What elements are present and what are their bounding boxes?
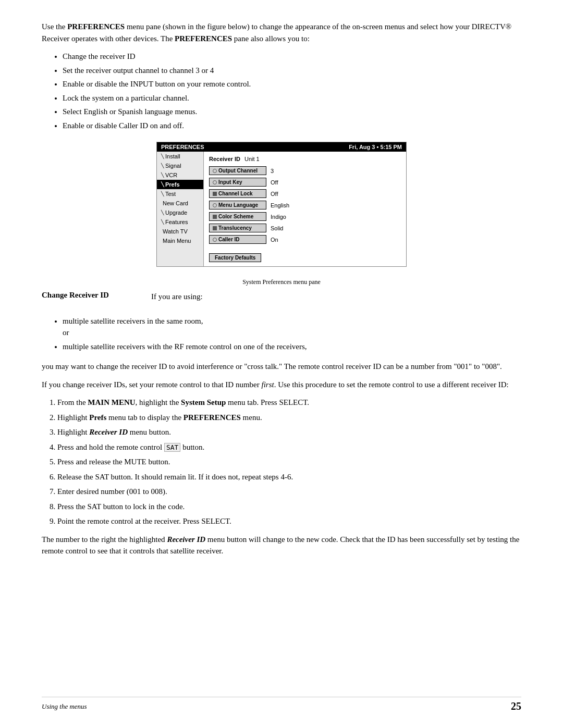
channel-lock-btn[interactable]: Channel Lock (209, 189, 266, 198)
caller-id-btn[interactable]: Caller ID (209, 235, 266, 244)
arrow-icon: ╲ (161, 163, 164, 168)
factory-defaults-button[interactable]: Factory Defaults (209, 253, 261, 262)
sidebar-fig-newcard: New Card (157, 199, 203, 208)
pref-output-channel-row: Output Channel 3 (209, 166, 401, 175)
caller-id-label: Caller ID (218, 237, 240, 242)
square-icon (213, 226, 217, 230)
step-1: From the MAIN MENU, highlight the System… (57, 397, 521, 409)
arrow-icon: ╲ (161, 219, 164, 225)
channel-lock-value: Off (271, 191, 278, 197)
step-6: Release the SAT button. It should remain… (57, 471, 521, 483)
footer: Using the menus 25 (42, 697, 521, 712)
crid-bullet-list: multiple satellite receivers in the same… (63, 315, 521, 353)
output-channel-value: 3 (271, 168, 274, 174)
receiver-id-value: Unit 1 (244, 156, 260, 162)
input-key-btn[interactable]: Input Key (209, 178, 266, 187)
figure-sidebar: ╲Install ╲Signal ╲VCR ╲Prefs ╲Test New C… (157, 152, 204, 266)
pref-menu-language-row: Menu Language English (209, 201, 401, 209)
pref-channel-lock-row: Channel Lock Off (209, 189, 401, 198)
bullet-item: Change the receiver ID (63, 51, 521, 63)
color-scheme-label: Color Scheme (218, 214, 253, 219)
arrow-icon: ╲ (161, 191, 164, 196)
bullet-item: Select English or Spanish language menus… (63, 106, 521, 118)
circle-icon (213, 169, 217, 173)
bullet-item: Lock the system on a particular channel. (63, 92, 521, 104)
arrow-icon: ╲ (161, 154, 164, 159)
change-receiver-id-section: Change Receiver ID If you are using: (42, 291, 521, 309)
crid-bullet-2: multiple satellite receivers with the RF… (63, 341, 521, 353)
color-scheme-btn[interactable]: Color Scheme (209, 212, 266, 221)
sidebar-fig-install: ╲Install (157, 152, 203, 161)
arrow-icon: ╲ (161, 172, 164, 178)
translucency-value: Solid (271, 225, 283, 231)
channel-lock-label: Channel Lock (218, 191, 253, 196)
menu-language-btn[interactable]: Menu Language (209, 201, 266, 209)
intro-bullet-list: Change the receiver ID Set the receiver … (63, 51, 521, 131)
input-key-label: Input Key (218, 179, 242, 185)
step-4: Press and hold the remote control SAT bu… (57, 441, 521, 453)
preferences-figure: PREFERENCES Fri, Aug 3 • 5:15 PM ╲Instal… (156, 142, 407, 267)
sidebar-fig-test: ╲Test (157, 189, 203, 199)
circle-icon (213, 203, 217, 207)
figure-header: PREFERENCES Fri, Aug 3 • 5:15 PM (157, 142, 406, 152)
arrow-icon: ╲ (161, 182, 164, 187)
square-icon (213, 215, 217, 219)
factory-defaults-container: Factory Defaults (209, 249, 401, 262)
input-key-value: Off (271, 179, 278, 186)
translucency-label: Translucency (218, 225, 252, 231)
arrow-icon: ╲ (161, 210, 164, 215)
footer-label: Using the menus (42, 702, 87, 711)
circle-icon (213, 238, 217, 242)
crid-bullet-1: multiple satellite receivers in the same… (63, 315, 521, 339)
sidebar-fig-signal: ╲Signal (157, 161, 203, 170)
sidebar-fig-vcr: ╲VCR (157, 170, 203, 180)
sidebar-fig-watchtv: Watch TV (157, 227, 203, 236)
step-9: Point the remote control at the receiver… (57, 515, 521, 527)
caller-id-value: On (271, 237, 278, 243)
figure-header-datetime: Fri, Aug 3 • 5:15 PM (349, 144, 402, 150)
crid-paragraph3: The number to the right the highlighted … (42, 534, 521, 557)
figure-header-title: PREFERENCES (161, 144, 204, 150)
sidebar-fig-mainmenu: Main Menu (157, 236, 203, 245)
translucency-btn[interactable]: Translucency (209, 224, 266, 232)
sidebar-fig-prefs: ╲Prefs (157, 180, 203, 189)
step-2: Highlight Prefs menu tab to display the … (57, 412, 521, 424)
figure-main-pane: Receiver ID Unit 1 Output Channel 3 Inpu… (204, 152, 406, 266)
step-7: Enter desired number (001 to 008). (57, 486, 521, 498)
crid-paragraph1: you may want to change the receiver ID t… (42, 361, 521, 373)
pref-input-key-row: Input Key Off (209, 178, 401, 187)
crid-paragraph2: If you change receiver IDs, set your rem… (42, 379, 521, 391)
circle-icon (213, 180, 217, 184)
output-channel-btn[interactable]: Output Channel (209, 166, 266, 175)
change-receiver-id-content: If you are using: (151, 291, 521, 309)
if-you-are-using: If you are using: (151, 291, 521, 303)
color-scheme-value: Indigo (271, 214, 286, 220)
figure-body: ╲Install ╲Signal ╲VCR ╲Prefs ╲Test New C… (157, 152, 406, 266)
footer-page: 25 (511, 700, 521, 712)
sidebar-fig-upgrade: ╲Upgrade (157, 208, 203, 217)
pref-caller-id-row: Caller ID On (209, 235, 401, 244)
menu-language-value: English (271, 202, 289, 208)
sidebar-fig-features: ╲Features (157, 217, 203, 227)
bullet-item: Set the receiver output channel to chann… (63, 65, 521, 77)
output-channel-label: Output Channel (218, 168, 258, 174)
step-5: Press and release the MUTE button. (57, 456, 521, 468)
main-content: Use the PREFERENCES menu pane (shown in … (42, 21, 521, 557)
bullet-item: Enable or disable the INPUT button on yo… (63, 78, 521, 90)
crid-steps-list: From the MAIN MENU, highlight the System… (57, 397, 521, 527)
step-3: Highlight Receiver ID menu button. (57, 426, 521, 438)
intro-paragraph: Use the PREFERENCES menu pane (shown in … (42, 21, 521, 44)
square-icon (213, 192, 217, 196)
pref-translucency-row: Translucency Solid (209, 224, 401, 232)
change-receiver-id-heading: Change Receiver ID (42, 291, 141, 309)
figure-caption: System Preferences menu pane (42, 277, 521, 287)
bullet-item: Enable or disable Caller ID on and off. (63, 120, 521, 132)
receiver-id-label: Receiver ID (209, 156, 240, 162)
receiver-id-row: Receiver ID Unit 1 (209, 156, 401, 162)
pref-color-scheme-row: Color Scheme Indigo (209, 212, 401, 221)
step-8: Press the SAT button to lock in the code… (57, 501, 521, 513)
menu-language-label: Menu Language (218, 202, 258, 208)
